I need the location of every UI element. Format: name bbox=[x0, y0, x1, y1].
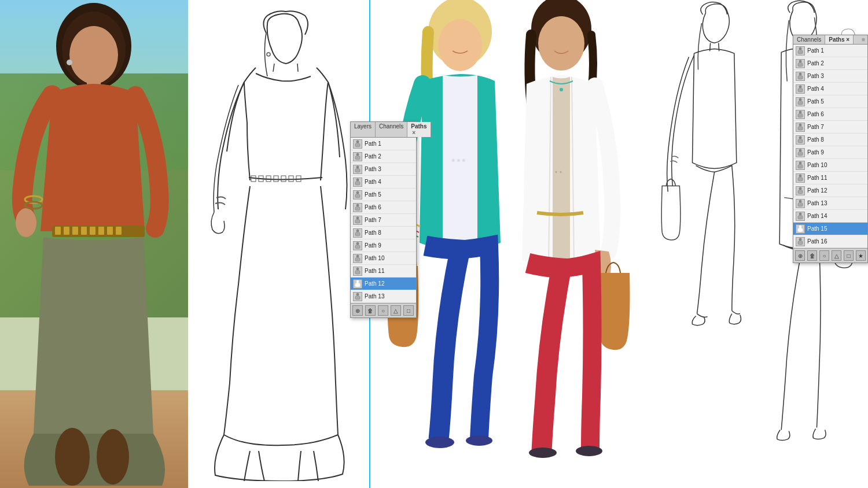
path-label-right-3: Path 3 bbox=[807, 73, 824, 79]
path-item-left-4[interactable]: Path 4 bbox=[351, 176, 416, 188]
path-label-left-6: Path 6 bbox=[365, 204, 381, 210]
circle-btn[interactable]: ○ bbox=[378, 305, 388, 316]
path-label-right-10: Path 10 bbox=[807, 162, 827, 168]
path-label-right-16: Path 16 bbox=[807, 238, 827, 245]
path-item-right-9[interactable]: Path 9 bbox=[793, 146, 867, 159]
path-thumb-left-12 bbox=[353, 279, 362, 289]
svg-point-55 bbox=[799, 86, 801, 88]
path-item-right-4[interactable]: Path 4 bbox=[793, 83, 867, 95]
path-item-right-12[interactable]: Path 12 bbox=[793, 184, 867, 197]
new-path-btn[interactable]: ⊕ bbox=[352, 305, 363, 316]
svg-point-34 bbox=[356, 230, 359, 232]
svg-point-32 bbox=[356, 204, 359, 206]
svg-point-4 bbox=[16, 208, 36, 237]
square-btn-right[interactable]: □ bbox=[844, 250, 854, 261]
path-item-left-1[interactable]: Path 1 bbox=[351, 138, 416, 150]
path-label-right-4: Path 4 bbox=[807, 86, 824, 92]
path-thumb-left-3 bbox=[353, 165, 362, 174]
path-item-left-8[interactable]: Path 8 bbox=[351, 227, 416, 239]
triangle-btn-right[interactable]: △ bbox=[832, 250, 841, 261]
triangle-btn[interactable]: △ bbox=[391, 305, 401, 316]
path-thumb-right-2 bbox=[796, 59, 805, 68]
path-item-right-10[interactable]: Path 10 bbox=[793, 159, 867, 172]
tab-layers[interactable]: Layers bbox=[351, 122, 376, 137]
paths-panel-right: Channels Paths × ≡ Path 1Path 2Path 3Pat… bbox=[793, 35, 868, 263]
tab-paths[interactable]: Paths × bbox=[407, 122, 431, 137]
tab-channels-right[interactable]: Channels bbox=[793, 35, 825, 44]
svg-point-53 bbox=[799, 60, 801, 62]
path-item-right-3[interactable]: Path 3 bbox=[793, 70, 867, 83]
circle-btn-right[interactable]: ○ bbox=[819, 250, 829, 261]
square-btn[interactable]: □ bbox=[403, 305, 414, 316]
panel-menu-right[interactable]: ≡ bbox=[859, 35, 867, 44]
svg-point-35 bbox=[356, 242, 359, 245]
path-label-right-7: Path 7 bbox=[807, 124, 824, 130]
svg-point-18 bbox=[67, 60, 72, 65]
path-item-right-6[interactable]: Path 6 bbox=[793, 108, 867, 121]
path-item-right-2[interactable]: Path 2 bbox=[793, 57, 867, 70]
path-item-left-5[interactable]: Path 5 bbox=[351, 188, 416, 201]
svg-point-26 bbox=[267, 53, 270, 56]
svg-point-59 bbox=[799, 136, 801, 139]
svg-point-54 bbox=[799, 73, 801, 75]
svg-text:⁕ ⁕: ⁕ ⁕ bbox=[554, 170, 562, 174]
path-item-right-5[interactable]: Path 5 bbox=[793, 95, 867, 108]
svg-point-42 bbox=[438, 19, 482, 71]
right-panel: ❀ ❀ ❀ bbox=[370, 0, 868, 488]
svg-point-39 bbox=[356, 293, 359, 295]
path-item-left-3[interactable]: Path 3 bbox=[351, 163, 416, 176]
svg-point-15 bbox=[97, 429, 129, 485]
delete-path-btn[interactable]: 🗑 bbox=[365, 305, 376, 316]
path-label-right-5: Path 5 bbox=[807, 98, 824, 105]
left-sketch-area: Layers Channels Paths × Path 1Path 2Path… bbox=[188, 0, 369, 488]
path-label-right-15: Path 15 bbox=[807, 225, 827, 232]
path-item-left-12[interactable]: Path 12 bbox=[351, 278, 416, 290]
path-item-right-7[interactable]: Path 7 bbox=[793, 121, 867, 134]
path-item-right-8[interactable]: Path 8 bbox=[793, 134, 867, 146]
path-item-right-14[interactable]: Path 14 bbox=[793, 210, 867, 223]
path-thumb-right-15 bbox=[796, 224, 805, 234]
path-item-left-9[interactable]: Path 9 bbox=[351, 239, 416, 252]
tab-channels[interactable]: Channels bbox=[376, 122, 407, 137]
svg-point-14 bbox=[55, 428, 90, 486]
path-label-right-8: Path 8 bbox=[807, 136, 824, 143]
path-label-left-3: Path 3 bbox=[365, 166, 381, 172]
path-item-right-15[interactable]: Path 15 bbox=[793, 223, 867, 235]
path-thumb-left-1 bbox=[353, 139, 362, 149]
svg-point-67 bbox=[799, 238, 801, 241]
svg-point-36 bbox=[356, 255, 359, 257]
svg-point-2 bbox=[69, 26, 118, 84]
delete-path-btn-right[interactable]: 🗑 bbox=[807, 250, 817, 261]
tab-paths-right[interactable]: Paths × bbox=[825, 35, 854, 44]
path-thumb-left-13 bbox=[353, 292, 362, 301]
path-thumb-right-10 bbox=[796, 161, 805, 170]
path-item-left-6[interactable]: Path 6 bbox=[351, 201, 416, 214]
path-label-right-12: Path 12 bbox=[807, 187, 827, 194]
path-thumb-left-6 bbox=[353, 203, 362, 212]
path-thumb-left-10 bbox=[353, 254, 362, 263]
svg-point-33 bbox=[356, 217, 359, 219]
path-thumb-right-5 bbox=[796, 97, 805, 106]
svg-point-64 bbox=[799, 200, 801, 202]
path-item-left-13[interactable]: Path 13 bbox=[351, 290, 416, 303]
path-thumb-right-14 bbox=[796, 212, 805, 221]
panel-toolbar-right: ⊕ 🗑 ○ △ □ ★ bbox=[793, 248, 867, 263]
svg-point-28 bbox=[356, 153, 359, 156]
path-item-left-2[interactable]: Path 2 bbox=[351, 150, 416, 163]
svg-rect-23 bbox=[281, 176, 286, 182]
star-btn-right[interactable]: ★ bbox=[856, 250, 866, 261]
svg-point-66 bbox=[799, 225, 801, 228]
path-item-right-13[interactable]: Path 13 bbox=[793, 197, 867, 210]
path-thumb-left-7 bbox=[353, 216, 362, 225]
path-item-left-10[interactable]: Path 10 bbox=[351, 252, 416, 265]
path-thumb-left-9 bbox=[353, 241, 362, 250]
left-photo-section bbox=[0, 0, 188, 488]
svg-point-38 bbox=[356, 280, 359, 283]
path-item-left-11[interactable]: Path 11 bbox=[351, 265, 416, 278]
path-label-right-14: Path 14 bbox=[807, 213, 827, 219]
new-path-btn-right[interactable]: ⊕ bbox=[795, 250, 805, 261]
path-item-left-7[interactable]: Path 7 bbox=[351, 214, 416, 227]
path-item-right-11[interactable]: Path 11 bbox=[793, 172, 867, 184]
path-item-right-16[interactable]: Path 16 bbox=[793, 235, 867, 248]
path-item-right-1[interactable]: Path 1 bbox=[793, 45, 867, 57]
